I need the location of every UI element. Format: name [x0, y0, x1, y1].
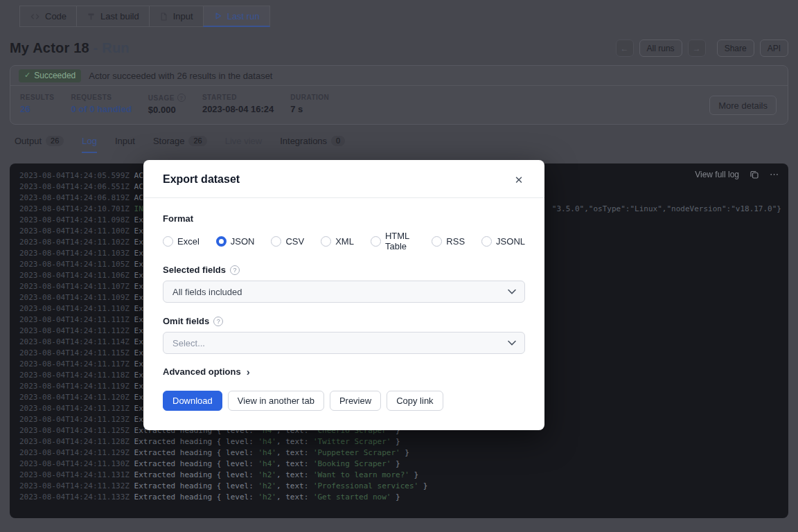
log-options-icon[interactable]: ⋯ [770, 171, 779, 178]
preview-button[interactable]: Preview [330, 391, 381, 411]
format-radio-html-table[interactable]: HTML Table [371, 231, 415, 251]
format-radio-label: Excel [177, 236, 200, 247]
radio-icon [271, 236, 281, 247]
format-radio-label: HTML Table [385, 231, 415, 251]
view-full-log-link[interactable]: View full log [695, 170, 739, 179]
radio-icon [163, 236, 173, 247]
chevron-down-icon [508, 289, 516, 294]
modal-body: Format ExcelJSONCSVXMLHTML TableRSSJSONL… [143, 198, 544, 430]
modal-header: Export dataset ✕ [143, 160, 544, 198]
format-radio-label: XML [335, 236, 354, 247]
radio-icon [321, 236, 331, 247]
copy-link-button[interactable]: Copy link [387, 391, 443, 411]
format-radio-csv[interactable]: CSV [271, 236, 304, 247]
selected-fields-label: Selected fields ? [163, 265, 525, 275]
omit-fields-section: Omit fields ? Select... [163, 316, 525, 354]
selected-fields-select[interactable]: All fields included [163, 281, 525, 303]
omit-fields-select[interactable]: Select... [163, 332, 525, 354]
selected-fields-label-text: Selected fields [163, 265, 226, 275]
chevron-right-icon: › [247, 366, 250, 377]
modal-title: Export dataset [163, 173, 240, 185]
help-icon[interactable]: ? [213, 317, 223, 326]
advanced-options-label: Advanced options [163, 366, 241, 377]
format-options: ExcelJSONCSVXMLHTML TableRSSJSONL [163, 231, 525, 251]
format-radio-label: RSS [446, 236, 465, 247]
close-icon[interactable]: ✕ [510, 171, 528, 189]
format-radio-label: JSONL [496, 236, 525, 247]
selected-fields-section: Selected fields ? All fields included [163, 265, 525, 303]
format-radio-json[interactable]: JSON [216, 236, 255, 247]
format-radio-label: CSV [285, 236, 304, 247]
radio-icon [216, 236, 227, 247]
log-toolbar: View full log ⋯ [695, 170, 779, 179]
radio-icon [432, 236, 442, 247]
format-radio-rss[interactable]: RSS [432, 236, 465, 247]
advanced-options-toggle[interactable]: Advanced options › [163, 366, 525, 377]
copy-icon[interactable] [750, 170, 759, 179]
format-radio-jsonl[interactable]: JSONL [481, 236, 525, 247]
download-button[interactable]: Download [163, 391, 222, 411]
view-in-another-tab-button[interactable]: View in another tab [228, 391, 324, 411]
format-label: Format [163, 213, 525, 224]
modal-actions: DownloadView in another tabPreviewCopy l… [163, 391, 525, 411]
format-radio-label: JSON [231, 236, 255, 247]
omit-fields-placeholder: Select... [172, 338, 205, 348]
omit-fields-label: Omit fields ? [163, 316, 525, 326]
format-radio-excel[interactable]: Excel [163, 236, 200, 247]
export-dataset-modal: Export dataset ✕ Format ExcelJSONCSVXMLH… [143, 160, 544, 430]
help-icon[interactable]: ? [230, 265, 240, 275]
chevron-down-icon [508, 340, 516, 346]
radio-icon [481, 236, 492, 247]
radio-icon [371, 236, 381, 247]
omit-fields-label-text: Omit fields [163, 316, 209, 326]
selected-fields-value: All fields included [172, 287, 242, 297]
format-radio-xml[interactable]: XML [321, 236, 354, 247]
